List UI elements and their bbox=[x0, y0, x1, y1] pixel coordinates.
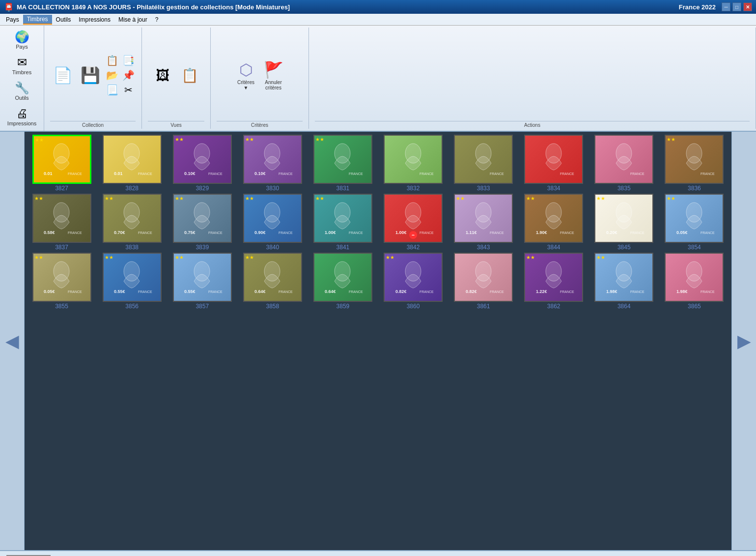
stamp-stars-3827: ★★ bbox=[35, 137, 44, 143]
stamp-cell-3841[interactable]: ★★ 1.00€ FRANCE 3841 bbox=[308, 194, 377, 251]
flag-icon: 🚩 bbox=[264, 60, 283, 80]
svg-text:0.55€: 0.55€ bbox=[184, 289, 196, 294]
stamp-wrapper-3829: ★★ 0.10€ FRANCE bbox=[173, 135, 232, 184]
close-button[interactable]: ✕ bbox=[743, 2, 752, 11]
stamp-cell-3827[interactable]: ★★ 0.01 FRANCE 3827 bbox=[28, 135, 96, 192]
criteres-btn[interactable]: ⬡ Critères▼ bbox=[233, 58, 259, 92]
stamp-cell-3856[interactable]: ★★ 0.55€ FRANCE 3856 bbox=[98, 253, 166, 310]
collection-btn-6[interactable]: 📑 bbox=[121, 54, 136, 67]
stamp-wrapper-3838: ★★ 0.70€ FRANCE bbox=[103, 194, 162, 243]
nav-left-area: ◀ bbox=[0, 132, 25, 550]
minimize-button[interactable]: ─ bbox=[722, 2, 730, 11]
collection-btn-3[interactable]: 📋 bbox=[105, 54, 119, 67]
menu-item-impressions[interactable]: Impressions bbox=[75, 15, 114, 24]
svg-text:0.75€: 0.75€ bbox=[184, 230, 196, 235]
stamp-cell-3865[interactable]: 1.98€ FRANCE 3865 bbox=[660, 253, 728, 310]
stamp-wrapper-3839: ★★ 0.75€ FRANCE bbox=[173, 194, 232, 243]
stamp-cell-3831[interactable]: ★★ FRANCE 3831 bbox=[308, 135, 377, 192]
svg-text:FRANCE: FRANCE bbox=[700, 290, 715, 293]
stamp-cell-3844[interactable]: ★★ 1.90€ FRANCE 3844 bbox=[520, 194, 588, 251]
stamp-cell-3843[interactable]: ★★ 1.11€ FRANCE 3843 bbox=[449, 194, 518, 251]
stamp-cell-3859[interactable]: 0.64€ FRANCE 3859 bbox=[308, 253, 377, 310]
stamp-cell-3840[interactable]: ★★ 0.90€ FRANCE 3840 bbox=[238, 194, 307, 251]
stamp-cell-3842[interactable]: 1.00€ FRANCE −3842 bbox=[379, 194, 447, 251]
stamp-cell-3862[interactable]: ★★ 1.22€ FRANCE 3862 bbox=[520, 253, 588, 310]
stamp-wrapper-3831: ★★ FRANCE bbox=[313, 135, 372, 184]
menu-item-pays[interactable]: Pays bbox=[2, 15, 23, 24]
stamp-cell-3837[interactable]: ★★ 0.58€ FRANCE 3837 bbox=[28, 194, 96, 251]
collection-btn-5[interactable]: 📃 bbox=[105, 83, 119, 97]
annuler-btn-label: Annulercritères bbox=[265, 80, 281, 90]
stamp-number-3845: 3845 bbox=[617, 244, 631, 251]
menu-item-?[interactable]: ? bbox=[151, 15, 163, 24]
svg-text:FRANCE: FRANCE bbox=[349, 231, 363, 234]
stamp-visual-3855: 0.05€ FRANCE bbox=[33, 254, 90, 301]
stamp-stars-3836: ★★ bbox=[667, 137, 675, 142]
menu-item-timbres[interactable]: Timbres bbox=[23, 15, 52, 25]
menubar: PaysTimbresOutilsImpressionsMise à jour? bbox=[0, 14, 756, 26]
stamp-wrapper-3845: ★★ 0.20€ FRANCE bbox=[594, 194, 653, 243]
svg-text:FRANCE: FRANCE bbox=[560, 231, 574, 234]
stamp-stars-3860: ★★ bbox=[386, 255, 394, 260]
stamp-cell-3829[interactable]: ★★ 0.10€ FRANCE 3829 bbox=[168, 135, 236, 192]
stamp-cell-3836[interactable]: ★★ FRANCE 3836 bbox=[660, 135, 728, 192]
svg-text:FRANCE: FRANCE bbox=[349, 290, 363, 293]
stamp-number-3841: 3841 bbox=[336, 244, 350, 251]
stamp-cell-3828[interactable]: 0.01 FRANCE 3828 bbox=[98, 135, 166, 192]
svg-text:FRANCE: FRANCE bbox=[420, 231, 434, 234]
stamp-cell-3864[interactable]: ★★ 1.98€ FRANCE 3864 bbox=[590, 253, 658, 310]
sidebar-item-pays[interactable]: 🌍 Pays bbox=[2, 28, 42, 52]
svg-text:FRANCE: FRANCE bbox=[138, 172, 152, 176]
svg-text:FRANCE: FRANCE bbox=[630, 231, 644, 234]
stamp-cell-3834[interactable]: FRANCE 3834 bbox=[520, 135, 588, 192]
criteres-label: Critères bbox=[217, 121, 303, 128]
stamp-cell-3838[interactable]: ★★ 0.70€ FRANCE 3838 bbox=[98, 194, 166, 251]
stamp-visual-3827: 0.01 FRANCE bbox=[34, 136, 90, 182]
stamp-visual-3843: 1.11€ FRANCE bbox=[455, 195, 512, 242]
svg-text:FRANCE: FRANCE bbox=[208, 231, 223, 234]
next-page-button[interactable]: ▶ bbox=[733, 331, 755, 351]
stamp-cell-3839[interactable]: ★★ 0.75€ FRANCE 3839 bbox=[168, 194, 236, 251]
stamp-cell-3858[interactable]: ★★ 0.64€ FRANCE 3858 bbox=[238, 253, 307, 310]
menu-item-mise à jour[interactable]: Mise à jour bbox=[114, 15, 151, 24]
collection-btn-1[interactable]: 📄 bbox=[50, 63, 76, 87]
stamp-cell-3832[interactable]: FRANCE 3832 bbox=[379, 135, 447, 192]
stamp-cell-3857[interactable]: ★★ 0.55€ FRANCE 3857 bbox=[168, 253, 236, 310]
stamp-cell-3855[interactable]: ★★ 0.05€ FRANCE 3855 bbox=[28, 253, 96, 310]
svg-text:FRANCE: FRANCE bbox=[68, 231, 82, 234]
sidebar-item-impressions[interactable]: 🖨 Impressions bbox=[2, 104, 42, 129]
svg-text:0.05€: 0.05€ bbox=[676, 230, 688, 235]
criteres-buttons: ⬡ Critères▼ 🚩 Annulercritères bbox=[233, 29, 286, 121]
stamp-wrapper-3832: FRANCE bbox=[384, 135, 443, 184]
sidebar-item-timbres[interactable]: ✉ Timbres bbox=[2, 53, 42, 78]
collection-btn-7[interactable]: 📌 bbox=[121, 68, 136, 82]
stamp-cell-3835[interactable]: FRANCE 3835 bbox=[590, 135, 658, 192]
menu-item-outils[interactable]: Outils bbox=[52, 15, 75, 24]
collection-btn-8[interactable]: ✂ bbox=[121, 83, 136, 97]
impressions-label: Impressions bbox=[7, 120, 36, 126]
svg-text:FRANCE: FRANCE bbox=[700, 231, 715, 234]
annuler-criteres-btn[interactable]: 🚩 Annulercritères bbox=[261, 58, 286, 92]
stamp-stars-3854: ★★ bbox=[667, 196, 675, 201]
collection-btn-2[interactable]: 💾 bbox=[78, 63, 103, 87]
stamp-cell-3830[interactable]: ★★ 0.10€ FRANCE 3830 bbox=[238, 135, 307, 192]
svg-text:FRANCE: FRANCE bbox=[560, 172, 574, 176]
stamp-stars-3831: ★★ bbox=[315, 137, 324, 142]
stamp-visual-3835: FRANCE bbox=[595, 136, 652, 183]
minus-indicator-3842: − bbox=[409, 231, 417, 239]
sidebar-item-outils[interactable]: 🔧 Outils bbox=[2, 79, 42, 103]
prev-page-button[interactable]: ◀ bbox=[1, 331, 23, 351]
stamp-cell-3833[interactable]: FRANCE 3833 bbox=[449, 135, 518, 192]
vues-btn-1[interactable]: 🖼 bbox=[150, 63, 175, 87]
cut-icon: ✂ bbox=[124, 84, 133, 96]
stamp-cell-3860[interactable]: ★★ 0.82€ FRANCE 3860 bbox=[379, 253, 447, 310]
stamp-cell-3861[interactable]: 0.82€ FRANCE 3861 bbox=[449, 253, 518, 310]
stamp-stars-3862: ★★ bbox=[526, 255, 535, 260]
vues-btn-2[interactable]: 📋 bbox=[177, 63, 203, 87]
restore-button[interactable]: □ bbox=[732, 2, 741, 11]
stamp-cell-3845[interactable]: ★★ 0.20€ FRANCE 3845 bbox=[590, 194, 658, 251]
stamp-stars-3841: ★★ bbox=[315, 196, 324, 201]
stamp-cell-3854[interactable]: ★★ 0.05€ FRANCE 3854 bbox=[660, 194, 728, 251]
collection-btn-4[interactable]: 📂 bbox=[105, 68, 119, 82]
stamp-stars-3843: ★★ bbox=[456, 196, 465, 201]
